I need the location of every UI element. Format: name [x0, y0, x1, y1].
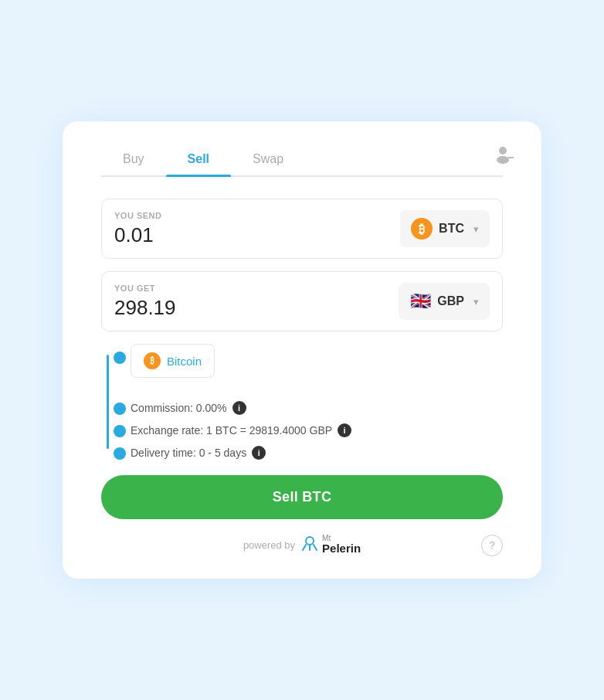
svg-line-4 [303, 545, 306, 550]
btc-small-icon: ₿ [144, 352, 161, 369]
get-value[interactable]: 298.19 [114, 296, 399, 320]
get-currency-selector[interactable]: 🇬🇧 GBP ▾ [399, 283, 490, 320]
main-card: Buy Sell Swap YOU SEND 0.01 ₿ BTC ▾ YOU … [63, 121, 541, 579]
gbp-flag-icon: 🇬🇧 [409, 291, 431, 312]
delivery-info: Delivery time: 0 - 5 days i [131, 446, 503, 460]
send-value[interactable]: 0.01 [114, 223, 400, 247]
pelerin-text: Mt Pelerin [322, 535, 361, 556]
commission-row: Commission: 0.00% i [114, 401, 503, 415]
commission-text: Commission: 0.00% [131, 402, 227, 414]
svg-line-5 [314, 545, 317, 550]
dot-3 [114, 425, 126, 437]
exchange-rate-info: Exchange rate: 1 BTC = 29819.4000 GBP i [131, 423, 503, 437]
exchange-rate-row: Exchange rate: 1 BTC = 29819.4000 GBP i [114, 423, 503, 437]
powered-by-text: powered by [243, 539, 295, 551]
commission-info-icon[interactable]: i [232, 401, 246, 415]
btc-icon: ₿ [411, 218, 433, 240]
footer: powered by Mt Pelerin ? [101, 535, 503, 556]
send-label: YOU SEND [114, 211, 400, 220]
delivery-text: Delivery time: 0 - 5 days [131, 447, 246, 459]
vertical-line [107, 355, 109, 449]
dot-4 [114, 447, 126, 460]
dot-1 [114, 352, 126, 364]
bitcoin-suggestion-row: ₿ Bitcoin [114, 344, 503, 390]
pelerin-logo: Mt Pelerin [301, 535, 361, 556]
tab-buy[interactable]: Buy [101, 144, 166, 175]
bitcoin-label: Bitcoin [167, 355, 202, 368]
dot-2 [114, 403, 126, 415]
get-label: YOU GET [114, 284, 399, 293]
pelerin-icon [301, 535, 318, 556]
delivery-time-row: Delivery time: 0 - 5 days i [114, 446, 503, 460]
tabs: Buy Sell Swap [101, 144, 503, 177]
send-section: YOU SEND 0.01 ₿ BTC ▾ [101, 199, 503, 259]
send-dropdown-arrow: ▾ [473, 223, 479, 235]
exchange-info-icon[interactable]: i [338, 423, 351, 437]
help-button[interactable]: ? [481, 535, 503, 556]
exchange-rate-text: Exchange rate: 1 BTC = 29819.4000 GBP [131, 424, 332, 437]
svg-rect-2 [507, 157, 514, 158]
send-input-area: YOU SEND 0.01 [114, 211, 400, 247]
svg-point-0 [499, 147, 507, 155]
send-currency-selector[interactable]: ₿ BTC ▾ [400, 210, 490, 247]
delivery-info-icon[interactable]: i [252, 446, 266, 460]
get-section: YOU GET 298.19 🇬🇧 GBP ▾ [101, 271, 503, 331]
info-section: ₿ Bitcoin Commission: 0.00% i Exchange r… [101, 344, 503, 460]
get-currency-label: GBP [437, 294, 464, 308]
send-currency-label: BTC [439, 222, 464, 236]
sell-button[interactable]: Sell BTC [101, 475, 503, 519]
svg-point-3 [306, 537, 314, 545]
svg-point-1 [497, 156, 509, 164]
bitcoin-suggestion[interactable]: ₿ Bitcoin [131, 344, 215, 378]
tab-sell[interactable]: Sell [166, 144, 231, 175]
tab-swap[interactable]: Swap [231, 144, 305, 175]
get-input-area: YOU GET 298.19 [114, 284, 399, 320]
commission-info: Commission: 0.00% i [131, 401, 503, 415]
get-dropdown-arrow: ▾ [473, 296, 479, 308]
user-icon[interactable] [492, 143, 514, 168]
